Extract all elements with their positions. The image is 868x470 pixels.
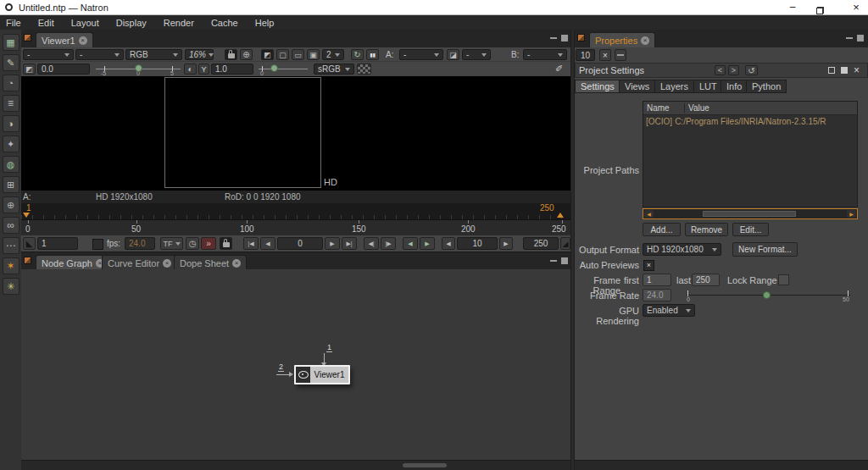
gamma-slider[interactable]: 0 <box>259 64 308 75</box>
pane-anchor-icon[interactable] <box>24 257 31 264</box>
fps-checkbox[interactable] <box>92 239 103 250</box>
pane-anchor-icon[interactable] <box>24 34 31 41</box>
nodegraph-hscrollbar[interactable] <box>21 460 570 470</box>
scrollbar-thumb[interactable] <box>403 463 447 467</box>
tab-properties[interactable]: Properties × <box>589 32 655 47</box>
scroll-right-button[interactable]: ▶ <box>847 210 856 218</box>
tab-close-icon[interactable]: × <box>79 36 87 45</box>
increment-frame-button[interactable]: ▶ <box>499 237 513 250</box>
tab-close-icon[interactable]: × <box>641 36 649 45</box>
table-header-value[interactable]: Value <box>685 103 709 113</box>
decrement-frame-button[interactable]: ◀ <box>442 237 455 250</box>
extra-tool-icon[interactable]: ✳ <box>3 278 19 295</box>
playhead-marker[interactable] <box>23 213 30 218</box>
tab-info[interactable]: Info <box>721 80 748 93</box>
window-close-button[interactable]: × <box>848 1 865 14</box>
time-tool-icon[interactable]: ◔ <box>3 75 19 91</box>
pane-float-icon[interactable] <box>561 35 568 41</box>
tab-curve-editor[interactable]: Curve Editor × <box>102 255 177 270</box>
remove-path-button[interactable]: Remove <box>685 223 728 236</box>
proxy-level-spinner[interactable]: 2 <box>322 49 344 60</box>
window-minimize-button[interactable]: – <box>784 1 801 13</box>
menu-item-edit[interactable]: Edit <box>30 18 63 28</box>
viewer-node[interactable]: Viewer1 <box>294 365 350 384</box>
menu-item-cache[interactable]: Cache <box>203 18 247 28</box>
merge-tool-icon[interactable]: ◍ <box>3 156 19 173</box>
menu-item-file[interactable]: File <box>0 18 30 28</box>
fps-field[interactable]: 24.0 <box>125 237 155 250</box>
gamma-field[interactable]: 1.0 <box>211 64 253 75</box>
go-first-frame-button[interactable]: |◀ <box>243 237 259 250</box>
frame-rate-slider[interactable]: 0 50 <box>687 289 850 302</box>
next-keyframe-button[interactable]: ▶ <box>420 237 435 250</box>
colorspace-dropdown[interactable]: sRGB <box>314 64 354 75</box>
pane-minimize-icon[interactable] <box>550 260 557 262</box>
max-panels-field[interactable]: 10 <box>576 49 595 61</box>
realtime-clock-button[interactable]: ◷ <box>186 237 199 250</box>
next-frame-button[interactable]: ▶ <box>325 237 340 250</box>
refresh-button[interactable]: ↻ <box>351 49 364 60</box>
gain-toggle-button[interactable]: ◩ <box>23 64 36 75</box>
other-tool-icon[interactable]: ∞ <box>3 217 19 234</box>
panel-minimize-button[interactable] <box>828 67 835 74</box>
prev-frame-button[interactable]: ◀ <box>260 237 275 250</box>
new-format-button[interactable]: New Format... <box>732 242 798 257</box>
edit-path-button[interactable]: Edit... <box>732 223 769 236</box>
pane-float-icon[interactable] <box>857 35 864 41</box>
pane-anchor-icon[interactable] <box>577 34 585 41</box>
timeline-strip[interactable]: 1 250 <box>21 203 570 219</box>
views-tool-icon[interactable]: ⊕ <box>3 196 19 213</box>
frame-rate-slider-handle[interactable] <box>763 291 771 299</box>
gain-slider[interactable]: -5 0 5 <box>96 64 181 75</box>
wipe-button[interactable]: ◪ <box>447 49 459 60</box>
menu-item-display[interactable]: Display <box>108 18 155 28</box>
format-button[interactable]: ▭ <box>292 49 304 60</box>
gain-slider-handle[interactable] <box>135 64 142 72</box>
panel-float-button[interactable] <box>841 67 848 74</box>
set-out-point-button[interactable]: ◢ <box>560 237 570 250</box>
node-graph-canvas[interactable]: 1 2 Viewer1 <box>21 269 570 460</box>
end-range-marker[interactable] <box>557 213 564 218</box>
frame-rate-field[interactable]: 24.0 <box>643 289 671 301</box>
alpha-channel-dropdown[interactable]: - <box>75 49 124 60</box>
gpu-rendering-dropdown[interactable]: Enabled <box>643 304 695 317</box>
timeline-ruler[interactable]: 0 50 100 150 200 250 <box>21 219 570 235</box>
more-tool-icon[interactable]: ⋯ <box>3 237 19 254</box>
table-header-name[interactable]: Name <box>643 103 685 113</box>
set-in-point-button[interactable]: ◣ <box>23 237 36 250</box>
pane-minimize-icon[interactable] <box>550 37 557 39</box>
minimize-panels-button[interactable] <box>615 49 626 61</box>
color-picker-icon[interactable]: ✐ <box>555 64 563 75</box>
channel-tool-icon[interactable]: ≡ <box>3 95 19 112</box>
gain-field[interactable]: 0.0 <box>37 64 90 75</box>
b-input-dropdown[interactable]: - <box>523 49 567 60</box>
pane-minimize-icon[interactable] <box>846 37 853 39</box>
redo-button[interactable]: > <box>728 65 739 75</box>
auto-previews-checkbox[interactable]: × <box>643 260 654 271</box>
undo-button[interactable]: < <box>715 65 726 75</box>
frame-increment-field[interactable]: 10 <box>457 237 498 250</box>
lock-range-checkbox[interactable] <box>778 274 789 285</box>
turbo-mode-button[interactable]: » <box>201 237 216 250</box>
proxy-button[interactable]: ▣ <box>307 49 320 60</box>
zoom-level-dropdown[interactable]: 16% <box>185 49 214 60</box>
pause-button[interactable]: ▮▮ <box>366 49 379 60</box>
add-path-button[interactable]: Add... <box>643 223 681 236</box>
tab-views[interactable]: Views <box>619 80 655 93</box>
timeformat-dropdown[interactable]: TF <box>160 237 183 250</box>
tab-node-graph[interactable]: Node Graph × <box>36 255 110 270</box>
tab-dope-sheet[interactable]: Dope Sheet × <box>174 255 247 270</box>
color-tool-icon[interactable]: ◑ <box>3 115 19 132</box>
out-point-field[interactable]: 250 <box>523 237 559 250</box>
tab-lut[interactable]: LUT <box>693 80 723 93</box>
transform-tool-icon[interactable]: ⊞ <box>3 176 19 193</box>
wipe-operator-dropdown[interactable]: - <box>462 49 491 60</box>
a-input-dropdown[interactable]: - <box>399 49 443 60</box>
gamma-slider-handle[interactable] <box>270 64 278 72</box>
menu-item-layout[interactable]: Layout <box>63 18 108 28</box>
tab-layers[interactable]: Layers <box>654 80 694 93</box>
roi-button[interactable]: ▢ <box>276 49 289 60</box>
tab-python[interactable]: Python <box>746 80 787 93</box>
prev-increment-button[interactable]: ◀| <box>364 237 379 250</box>
go-last-frame-button[interactable]: ▶| <box>342 237 357 250</box>
